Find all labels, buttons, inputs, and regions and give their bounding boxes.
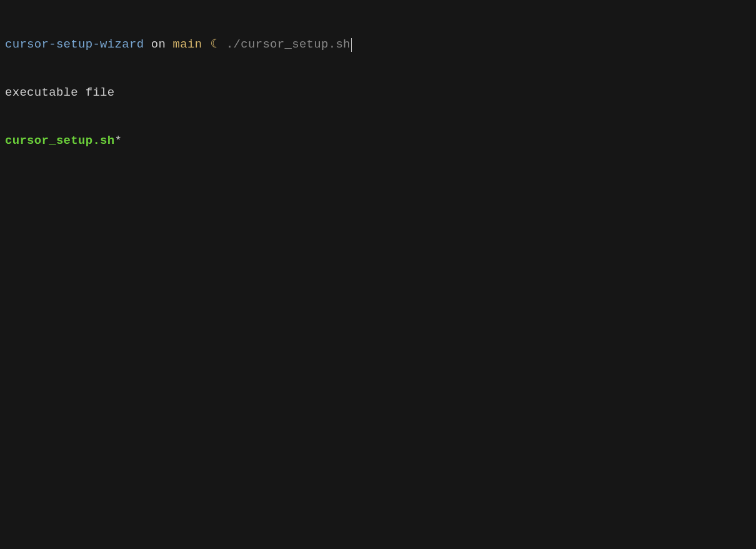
typed-command[interactable]: ./cursor_setup.sh (226, 37, 351, 53)
executable-marker: * (115, 133, 122, 149)
completion-suggestion: cursor_setup.sh* (5, 133, 751, 149)
terminal-window[interactable]: cursor-setup-wizardonmain☾./cursor_setup… (5, 5, 751, 165)
completion-filename[interactable]: cursor_setup.sh (5, 133, 115, 149)
current-directory: cursor-setup-wizard (5, 37, 144, 53)
git-branch: main (173, 37, 202, 53)
prompt-separator: on (151, 37, 166, 53)
file-type-info: executable file (5, 85, 751, 101)
moon-icon: ☾ (211, 37, 218, 53)
prompt-line: cursor-setup-wizardonmain☾./cursor_setup… (5, 37, 751, 53)
text-cursor (351, 38, 352, 52)
